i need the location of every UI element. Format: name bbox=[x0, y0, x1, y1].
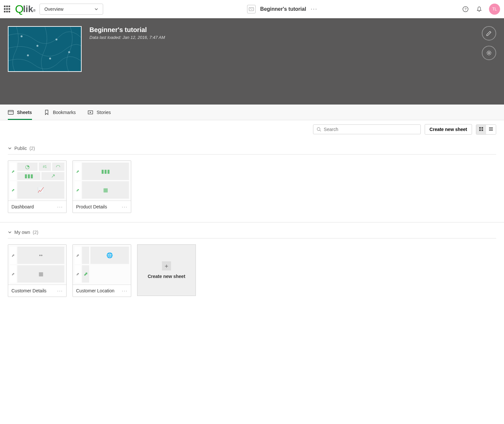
topbar-right: ? TL bbox=[462, 4, 500, 15]
create-new-sheet-button[interactable]: Create new sheet bbox=[425, 124, 472, 135]
sheet-out-icon: ⬈ bbox=[82, 265, 89, 283]
svg-rect-21 bbox=[489, 129, 493, 129]
qlik-logo: Qlik® bbox=[15, 3, 36, 15]
svg-rect-16 bbox=[479, 127, 481, 129]
card-title: Customer Location bbox=[76, 288, 115, 293]
card-more-icon[interactable]: ··· bbox=[57, 204, 63, 209]
myown-section-header[interactable]: My own (2) bbox=[8, 226, 496, 238]
create-new-sheet-label: Create new sheet bbox=[148, 274, 185, 279]
line-chart-icon: ↗ bbox=[41, 172, 64, 180]
sheet-link-icon: ⬈ bbox=[10, 181, 16, 199]
svg-text:?: ? bbox=[465, 7, 466, 11]
settings-button[interactable] bbox=[482, 46, 496, 60]
search-box[interactable] bbox=[313, 124, 421, 134]
help-icon[interactable]: ? bbox=[462, 5, 469, 13]
svg-point-6 bbox=[55, 39, 57, 41]
svg-point-14 bbox=[317, 128, 320, 131]
svg-rect-19 bbox=[481, 129, 483, 131]
toolbar: Create new sheet bbox=[0, 120, 504, 139]
avatar-initials: TL bbox=[492, 7, 497, 11]
public-count: (2) bbox=[29, 146, 35, 151]
card-preview: ⬈ ◔ #1 ◠ ▮▮▮ ↗ ⬈ 📈 bbox=[8, 161, 66, 201]
card-title: Customer Details bbox=[11, 288, 46, 293]
svg-rect-3 bbox=[9, 27, 81, 71]
public-label: Public bbox=[14, 146, 27, 151]
tab-sheets[interactable]: Sheets bbox=[8, 105, 32, 120]
myown-count: (2) bbox=[33, 230, 38, 235]
public-section: Public (2) ⬈ ◔ #1 ◠ ▮▮▮ ↗ ⬈ bbox=[0, 139, 504, 222]
svg-line-15 bbox=[320, 130, 321, 132]
svg-rect-18 bbox=[479, 129, 481, 131]
sheet-link-icon: ⬈ bbox=[75, 181, 81, 199]
card-footer: Customer Location ··· bbox=[73, 285, 131, 297]
svg-point-8 bbox=[49, 57, 51, 59]
svg-point-5 bbox=[37, 45, 39, 47]
grid-view-button[interactable] bbox=[476, 125, 486, 134]
tab-bookmarks[interactable]: Bookmarks bbox=[44, 105, 76, 120]
chevron-down-icon bbox=[94, 7, 98, 11]
view-toggle bbox=[476, 124, 496, 135]
search-input[interactable] bbox=[324, 127, 417, 132]
sheet-card-dashboard[interactable]: ⬈ ◔ #1 ◠ ▮▮▮ ↗ ⬈ 📈 bbox=[8, 160, 67, 213]
hero-title: Beginner's tutorial bbox=[89, 26, 165, 34]
card-preview: ⬈ •• ⬈ ▦ bbox=[8, 245, 66, 285]
chevron-down-icon bbox=[8, 146, 12, 150]
chevron-down-icon bbox=[8, 230, 12, 234]
hero-actions bbox=[482, 26, 496, 60]
tab-sheets-label: Sheets bbox=[17, 110, 32, 115]
app-thumbnail[interactable] bbox=[8, 26, 82, 72]
myown-label: My own bbox=[14, 230, 30, 235]
bell-icon[interactable] bbox=[475, 5, 483, 13]
gauge-icon: ◠ bbox=[52, 163, 64, 171]
card-more-icon[interactable]: ··· bbox=[57, 288, 63, 293]
app-title: Beginner's tutorial bbox=[260, 6, 306, 12]
card-more-icon[interactable]: ··· bbox=[122, 288, 128, 293]
myown-cards: ⬈ •• ⬈ ▦ Customer Details ··· ⬈ 🌐 ⬈ ⬈ bbox=[8, 238, 496, 297]
sheet-link-icon: ⬈ bbox=[75, 247, 81, 264]
sheet-card-product-details[interactable]: ⬈ ▮▮▮ ⬈ ▦ Product Details ··· bbox=[72, 160, 131, 213]
list-view-button[interactable] bbox=[486, 125, 496, 134]
public-section-header[interactable]: Public (2) bbox=[8, 142, 496, 155]
card-footer: Product Details ··· bbox=[73, 201, 131, 213]
svg-point-9 bbox=[68, 51, 70, 53]
svg-rect-17 bbox=[481, 127, 483, 129]
avatar[interactable]: TL bbox=[489, 4, 500, 15]
hash1-label: #1 bbox=[43, 165, 47, 169]
svg-rect-11 bbox=[8, 110, 13, 114]
tab-stories[interactable]: Stories bbox=[87, 105, 111, 120]
sheet-link-icon: ⬈ bbox=[75, 163, 81, 180]
tab-stories-label: Stories bbox=[97, 110, 111, 115]
card-title: Dashboard bbox=[11, 204, 34, 209]
create-new-sheet-tile[interactable]: ＋ Create new sheet bbox=[137, 244, 196, 296]
overview-dropdown[interactable]: Overview bbox=[39, 4, 103, 15]
card-preview: ⬈ ▮▮▮ ⬈ ▦ bbox=[73, 161, 131, 201]
more-icon[interactable]: ··· bbox=[311, 6, 318, 12]
sheet-link-icon: ⬈ bbox=[10, 247, 16, 264]
svg-point-4 bbox=[21, 35, 23, 37]
svg-point-7 bbox=[27, 55, 29, 57]
card-title: Product Details bbox=[76, 204, 107, 209]
svg-rect-20 bbox=[489, 127, 493, 128]
scatter-icon: •• bbox=[17, 247, 64, 264]
app-hero: Beginner's tutorial Data last loaded: Ja… bbox=[0, 18, 504, 105]
apps-grid-icon[interactable] bbox=[4, 6, 11, 13]
plus-icon: ＋ bbox=[162, 261, 171, 270]
sheet-card-customer-details[interactable]: ⬈ •• ⬈ ▦ Customer Details ··· bbox=[8, 244, 67, 297]
tab-bookmarks-label: Bookmarks bbox=[53, 110, 76, 115]
app-thumb-icon bbox=[247, 5, 256, 13]
sheet-link-icon: ⬈ bbox=[75, 265, 81, 283]
hero-info: Beginner's tutorial Data last loaded: Ja… bbox=[89, 26, 165, 72]
card-more-icon[interactable]: ··· bbox=[122, 204, 128, 209]
topbar-center: Beginner's tutorial ··· bbox=[107, 5, 458, 13]
sheet-link-icon: ⬈ bbox=[10, 265, 16, 283]
public-cards: ⬈ ◔ #1 ◠ ▮▮▮ ↗ ⬈ 📈 bbox=[8, 155, 496, 213]
globe-icon: 🌐 bbox=[90, 247, 129, 264]
top-bar: Qlik® Overview Beginner's tutorial ··· ?… bbox=[0, 0, 504, 18]
sheet-card-customer-location[interactable]: ⬈ 🌐 ⬈ ⬈ Customer Location ··· bbox=[72, 244, 131, 297]
bar-chart-icon: ▮▮▮ bbox=[17, 172, 40, 180]
pie-chart-icon: ◔ bbox=[17, 163, 38, 171]
hero-meta: Data last loaded: Jan 12, 2016, 7:47 AM bbox=[89, 35, 165, 40]
card-footer: Customer Details ··· bbox=[8, 285, 66, 297]
edit-button[interactable] bbox=[482, 26, 496, 41]
svg-rect-22 bbox=[489, 130, 493, 131]
